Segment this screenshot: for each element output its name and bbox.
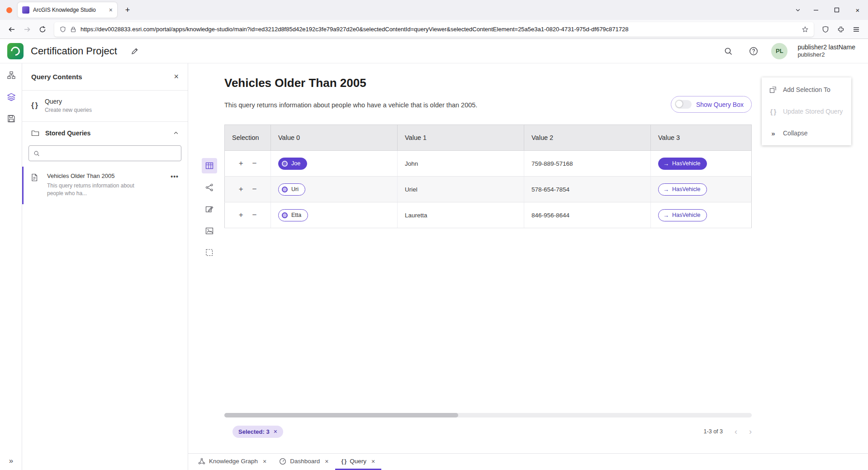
data-model-icon[interactable] bbox=[0, 65, 22, 85]
relationship-pill[interactable]: →HasVehicle bbox=[658, 183, 707, 196]
relationship-pill[interactable]: →HasVehicle bbox=[658, 209, 707, 221]
table-row[interactable]: + − Joe John 759-889-57168 →HasVehicle bbox=[225, 151, 752, 177]
selection-tools-icon[interactable] bbox=[202, 245, 217, 260]
selected-count-chip[interactable]: Selected: 3 × bbox=[232, 426, 283, 438]
table-row[interactable]: + − Uri Uriel 578-654-7854 →HasVehicle bbox=[225, 177, 752, 202]
browser-tab[interactable]: ArcGIS Knowledge Studio × bbox=[18, 2, 117, 18]
tab-label: Knowledge Graph bbox=[209, 458, 258, 465]
url-bar[interactable]: https://dev0028833.esri.com/portal/apps/… bbox=[54, 22, 814, 37]
add-to-selection-icon[interactable]: + bbox=[235, 211, 247, 220]
knowledge-graph-icon bbox=[198, 458, 205, 465]
column-header-value2[interactable]: Value 2 bbox=[524, 125, 651, 151]
results-table-wrap: Selection Value 0 Value 1 Value 2 Value … bbox=[224, 125, 752, 228]
query-viewer: Vehicles Older Than 2005 This query retu… bbox=[188, 63, 868, 470]
tab-knowledge-graph[interactable]: Knowledge Graph × bbox=[192, 454, 273, 470]
stored-queries-header[interactable]: Stored Queries bbox=[22, 122, 188, 142]
menu-item-add-selection-to[interactable]: Add Selection To bbox=[762, 79, 851, 101]
tab-dashboard[interactable]: Dashboard × bbox=[273, 454, 335, 470]
arrow-right-icon: → bbox=[663, 212, 669, 218]
relationship-label: HasVehicle bbox=[672, 160, 701, 167]
column-header-value3[interactable]: Value 3 bbox=[651, 125, 752, 151]
user-name: publisher2 lastName bbox=[797, 43, 855, 52]
forward-button[interactable] bbox=[20, 23, 34, 36]
horizontal-scrollbar[interactable] bbox=[224, 413, 752, 417]
column-header-selection[interactable]: Selection bbox=[225, 125, 271, 151]
arrow-right-icon: → bbox=[663, 187, 669, 192]
scrollbar-thumb[interactable] bbox=[224, 413, 458, 417]
column-header-value0[interactable]: Value 0 bbox=[271, 125, 398, 151]
back-button[interactable] bbox=[5, 23, 19, 36]
tab-close-icon[interactable]: × bbox=[263, 458, 266, 465]
panel-close-icon[interactable]: × bbox=[174, 72, 179, 82]
search-input[interactable] bbox=[44, 150, 176, 157]
expand-rail-icon[interactable]: » bbox=[0, 456, 22, 465]
stored-query-title: Vehicles Older Than 2005 bbox=[47, 173, 170, 179]
entity-pill[interactable]: Joe bbox=[278, 158, 307, 170]
tab-label: Dashboard bbox=[290, 458, 320, 465]
menu-item-label: Update Stored Query bbox=[783, 108, 843, 115]
tab-close-icon[interactable]: × bbox=[325, 458, 328, 465]
entity-pill[interactable]: Uri bbox=[278, 183, 305, 196]
entity-label: Uri bbox=[291, 186, 299, 192]
chevron-up-icon[interactable] bbox=[173, 130, 179, 136]
remove-from-selection-icon[interactable]: − bbox=[248, 159, 260, 168]
search-icon[interactable] bbox=[721, 43, 736, 59]
add-to-selection-icon[interactable]: + bbox=[235, 185, 247, 194]
next-page-icon[interactable]: › bbox=[749, 427, 752, 436]
bookmark-star-icon[interactable] bbox=[802, 26, 808, 33]
results-table: Selection Value 0 Value 1 Value 2 Value … bbox=[224, 125, 752, 228]
window-minimize-button[interactable] bbox=[806, 0, 826, 20]
avatar[interactable]: PL bbox=[771, 43, 787, 59]
user-menu[interactable]: publisher2 lastName publisher2 bbox=[797, 43, 855, 59]
table-row[interactable]: + − Etta Lauretta 846-956-8644 →HasVehic… bbox=[225, 202, 752, 228]
edit-title-button[interactable] bbox=[127, 43, 142, 59]
stored-query-item[interactable]: Vehicles Older Than 2005 This query retu… bbox=[22, 167, 188, 204]
entity-dot-icon bbox=[282, 161, 288, 167]
reload-button[interactable] bbox=[35, 23, 50, 36]
tab-query[interactable]: { } Query × bbox=[335, 454, 382, 470]
edit-chart-icon[interactable] bbox=[202, 201, 217, 217]
panel-title: Query Contents bbox=[31, 73, 174, 81]
item-options-icon[interactable]: ••• bbox=[171, 173, 179, 180]
add-selection-icon bbox=[769, 86, 777, 94]
link-chart-icon[interactable] bbox=[202, 180, 217, 195]
remove-from-selection-icon[interactable]: − bbox=[248, 185, 260, 194]
new-query-item[interactable]: { } Query Create new queries bbox=[22, 91, 188, 122]
tab-close-icon[interactable]: × bbox=[371, 458, 375, 465]
remove-from-selection-icon[interactable]: − bbox=[248, 211, 260, 220]
viewer-title: Vehicles Older Than 2005 bbox=[224, 76, 366, 90]
extensions-icon[interactable] bbox=[834, 23, 848, 36]
map-view-icon[interactable] bbox=[202, 223, 217, 239]
menu-item-collapse[interactable]: » Collapse bbox=[762, 122, 851, 144]
show-query-box-toggle[interactable]: Show Query Box bbox=[671, 96, 752, 113]
window-maximize-button[interactable] bbox=[826, 0, 847, 20]
save-icon[interactable] bbox=[0, 109, 22, 129]
clear-selection-icon[interactable]: × bbox=[274, 428, 277, 435]
relationship-pill[interactable]: →HasVehicle bbox=[658, 158, 707, 170]
help-icon[interactable] bbox=[746, 43, 761, 59]
menu-item-label: Collapse bbox=[783, 129, 807, 137]
contents-layers-icon[interactable] bbox=[0, 87, 22, 107]
app-menu-icon[interactable] bbox=[849, 23, 863, 36]
app-header: Certification Project PL publisher2 last… bbox=[0, 39, 868, 63]
add-to-selection-icon[interactable]: + bbox=[235, 159, 247, 168]
tab-close-icon[interactable]: × bbox=[109, 6, 113, 14]
entity-pill[interactable]: Etta bbox=[278, 209, 308, 221]
firefox-icon[interactable] bbox=[6, 7, 12, 13]
stored-queries-searchbox[interactable] bbox=[28, 145, 181, 161]
pocket-icon[interactable] bbox=[818, 23, 833, 36]
tracking-protection-shield-icon[interactable] bbox=[60, 26, 66, 33]
menu-item-update-stored-query[interactable]: { } Update Stored Query bbox=[762, 101, 851, 122]
entity-label: Joe bbox=[291, 160, 300, 167]
selected-count-label: Selected: 3 bbox=[238, 428, 270, 435]
previous-page-icon[interactable]: ‹ bbox=[735, 427, 737, 436]
table-view-icon[interactable] bbox=[202, 158, 217, 173]
tab-label: Query bbox=[350, 458, 366, 465]
lock-icon[interactable] bbox=[70, 26, 76, 33]
list-tabs-chevron-icon[interactable] bbox=[790, 2, 806, 18]
window-close-button[interactable]: × bbox=[847, 0, 868, 20]
new-tab-button[interactable]: + bbox=[121, 3, 134, 17]
toggle-switch[interactable] bbox=[675, 100, 692, 109]
column-header-value1[interactable]: Value 1 bbox=[398, 125, 524, 151]
arrow-right-icon: → bbox=[663, 161, 669, 167]
